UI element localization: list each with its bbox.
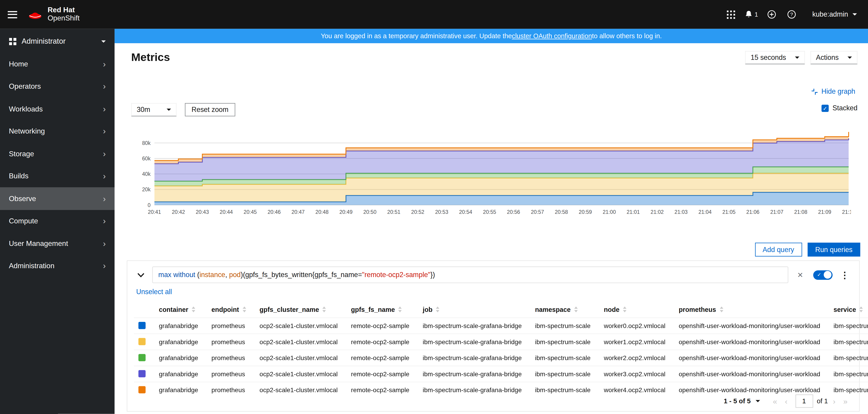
table-cell: ibm-spectrum-scale [531, 366, 599, 382]
column-header-gpfs_cluster_name[interactable]: gpfs_cluster_name [255, 302, 347, 318]
series-color-cell[interactable] [134, 350, 154, 366]
poll-interval-select[interactable]: 15 seconds [745, 51, 805, 64]
app-launcher-button[interactable] [721, 4, 740, 25]
add-resource-button[interactable] [763, 4, 781, 25]
query-token: instance [199, 271, 225, 279]
clear-query-button[interactable]: ✕ [795, 270, 806, 280]
table-cell: grafanabridge [155, 318, 207, 334]
sidebar-item-operators[interactable]: Operators› [0, 75, 115, 97]
query-expand-toggle[interactable] [134, 268, 148, 281]
add-query-button[interactable]: Add query [755, 243, 802, 257]
oauth-configuration-link[interactable]: cluster OAuth configuration [512, 32, 592, 40]
sidebar-item-label: Operators [9, 82, 41, 91]
column-header-label: gpfs_fs_name [351, 306, 395, 314]
notification-button[interactable]: 1 [741, 4, 762, 25]
column-header-job[interactable]: job [418, 302, 530, 318]
table-cell: worker2.ocp2.vmlocal [599, 350, 674, 366]
x-tick-label: 20:59 [579, 209, 592, 215]
column-header-label: endpoint [211, 306, 239, 314]
x-tick-label: 20:52 [411, 209, 424, 215]
query-kebab-menu[interactable]: ⋮ [838, 268, 851, 281]
sidebar-item-administration[interactable]: Administration› [0, 255, 115, 277]
stacked-checkbox[interactable]: ✓ Stacked [822, 104, 858, 112]
table-cell: worker0.ocp2.vmlocal [599, 318, 674, 334]
brand-logo[interactable]: Red Hat OpenShift [28, 6, 80, 23]
series-color-cell[interactable] [134, 318, 154, 334]
chevron-right-icon: › [103, 149, 106, 158]
sidebar-item-compute[interactable]: Compute› [0, 210, 115, 232]
query-token: )( [241, 271, 245, 279]
sidebar-item-workloads[interactable]: Workloads› [0, 97, 115, 120]
per-page-dropdown[interactable]: 1 - 5 of 5 [724, 397, 760, 405]
x-tick-label: 21:00 [603, 209, 616, 215]
table-cell: ocp2-scale1-cluster.vmlocal [255, 350, 347, 366]
table-cell: prometheus [207, 382, 255, 397]
series-table-body: grafanabridgeprometheusocp2-scale1-clust… [134, 318, 868, 398]
column-header-endpoint[interactable]: endpoint [207, 302, 255, 318]
x-tick-label: 21:01 [627, 209, 640, 215]
masthead: Red Hat OpenShift 1 [0, 0, 868, 29]
sidebar-item-label: Home [9, 60, 28, 68]
series-color-cell[interactable] [134, 334, 154, 350]
table-cell: ocp2-scale1-cluster.vmlocal [255, 366, 347, 382]
pagination-summary: 1 - 5 of 5 [724, 397, 751, 405]
hide-graph-link[interactable]: Hide graph [811, 88, 855, 95]
question-circle-icon: ? [787, 10, 796, 19]
user-menu-button[interactable]: kube:admin [809, 10, 860, 19]
table-cell: prometheus [207, 334, 255, 350]
plus-circle-icon [768, 10, 776, 19]
table-cell: ibm-spectrum-scale-grafana-bridge [829, 350, 868, 366]
sidebar-item-storage[interactable]: Storage› [0, 142, 115, 165]
sidebar-item-user-management[interactable]: User Management› [0, 232, 115, 255]
table-cell: ibm-spectrum-scale-grafana-bridge [418, 334, 530, 350]
timespan-select[interactable]: 30m [131, 103, 177, 116]
x-tick-label: 20:57 [531, 209, 544, 215]
run-queries-button[interactable]: Run queries [808, 243, 860, 257]
sidebar-nav: Administrator Home›Operators›Workloads›N… [0, 29, 115, 414]
table-cell: ibm-spectrum-scale [531, 318, 599, 334]
bell-icon [745, 10, 753, 19]
column-header-namespace[interactable]: namespace [531, 302, 599, 318]
sidebar-item-observe[interactable]: Observe› [0, 187, 115, 210]
series-color-swatch-icon [138, 370, 146, 377]
sidebar-item-label: Administration [9, 262, 55, 270]
column-header-container[interactable]: container [155, 302, 207, 318]
prev-page-button[interactable]: ‹ [781, 395, 791, 407]
redhat-logo-icon [28, 7, 43, 22]
column-header-prometheus[interactable]: prometheus [674, 302, 829, 318]
query-expression-input[interactable]: max without (instance, pod)(gpfs_fs_byte… [152, 267, 788, 283]
perspective-switcher[interactable]: Administrator [0, 29, 115, 53]
column-header-gpfs_fs_name[interactable]: gpfs_fs_name [347, 302, 418, 318]
sidebar-item-networking[interactable]: Networking› [0, 120, 115, 142]
brand-line1: Red Hat [48, 6, 80, 14]
actions-dropdown[interactable]: Actions [810, 51, 858, 64]
reset-zoom-button[interactable]: Reset zoom [185, 103, 235, 116]
query-token: gpfs_fs_name [315, 271, 358, 279]
hide-graph-label: Hide graph [822, 88, 855, 95]
column-header-node[interactable]: node [599, 302, 674, 318]
next-page-button[interactable]: › [829, 395, 839, 407]
column-header-service[interactable]: service [829, 302, 868, 318]
sort-icon [322, 306, 326, 313]
help-button[interactable]: ? [782, 4, 801, 25]
unselect-all-link[interactable]: Unselect all [136, 288, 172, 296]
last-page-button[interactable]: » [839, 395, 851, 407]
nav-toggle-button[interactable] [0, 0, 24, 29]
table-row: grafanabridgeprometheusocp2-scale1-clust… [134, 334, 868, 350]
series-color-cell[interactable] [134, 382, 154, 397]
table-cell: prometheus [207, 318, 255, 334]
chevron-right-icon: › [103, 82, 106, 91]
checkbox-checked-icon: ✓ [822, 105, 829, 112]
sidebar-item-label: Builds [9, 172, 28, 180]
series-color-cell[interactable] [134, 366, 154, 382]
metrics-stacked-area-chart[interactable]: 020k40k60k80k20:4120:4220:4320:4420:4520… [131, 127, 851, 223]
query-enabled-toggle[interactable]: ✓ [813, 270, 833, 279]
page-number-input[interactable] [795, 394, 813, 408]
first-page-button[interactable]: « [769, 395, 781, 407]
sidebar-item-builds[interactable]: Builds› [0, 165, 115, 187]
x-tick-label: 21:06 [746, 209, 760, 215]
chevron-right-icon: › [103, 217, 106, 225]
table-cell: remote-ocp2-sample [347, 318, 418, 334]
sidebar-items: Home›Operators›Workloads›Networking›Stor… [0, 53, 115, 277]
sidebar-item-home[interactable]: Home› [0, 53, 115, 75]
